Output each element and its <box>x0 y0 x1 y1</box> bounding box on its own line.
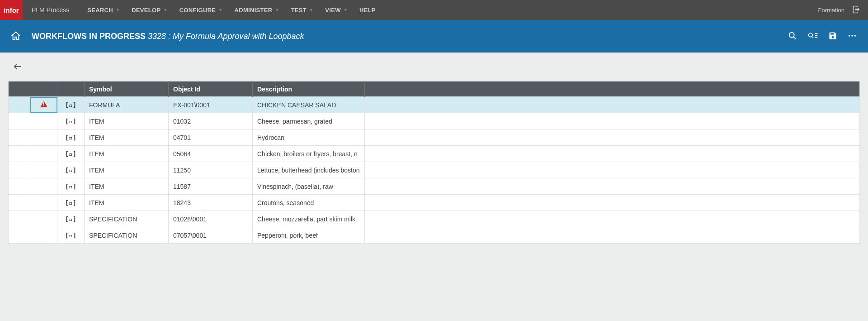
table-row[interactable]: [▫]ITEM05064Chicken, broilers or fryers,… <box>9 146 860 162</box>
topbar-right: Formation <box>818 5 868 15</box>
cell-blank-end <box>364 162 860 178</box>
cell-objectid: 11587 <box>169 178 253 195</box>
table-row[interactable]: [▫]ITEM11250Lettuce, butterhead (include… <box>9 162 860 178</box>
content-area: Symbol Object Id Description [▫]FORMULAE… <box>0 53 868 252</box>
cell-description: Croutons, seasoned <box>253 195 365 211</box>
cell-description: CHICKEN CAESAR SALAD <box>253 97 365 113</box>
cell-blank <box>9 113 30 129</box>
menu-item-administer[interactable]: ADMINISTER▼ <box>235 7 279 14</box>
chevron-down-icon: ▼ <box>344 8 348 12</box>
cell-blank <box>9 178 30 195</box>
table-row[interactable]: [▫]ITEM01032Cheese, parmesan, grated <box>9 113 860 129</box>
cell-blank <box>9 195 30 211</box>
cell-symbol: ITEM <box>85 195 169 211</box>
document-icon: [▫] <box>65 101 76 109</box>
cell-alert <box>30 129 57 146</box>
more-icon[interactable] <box>847 31 857 42</box>
cell-description: Lettuce, butterhead (includes boston <box>253 162 365 178</box>
document-icon: [▫] <box>65 183 76 190</box>
cell-doc-icon[interactable]: [▫] <box>57 178 85 195</box>
search-icon[interactable] <box>788 31 797 42</box>
table-row[interactable]: [▫]FORMULAEX-001\0001CHICKEN CAESAR SALA… <box>9 97 860 113</box>
table-row[interactable]: [▫]ITEM04701Hydrocan <box>9 129 860 146</box>
cell-objectid: 07057\0001 <box>169 227 253 244</box>
page-title: WORKFLOWS IN PROGRESS 3328 : My Formula … <box>32 32 304 41</box>
col-header-symbol[interactable]: Symbol <box>85 81 169 97</box>
workflow-table: Symbol Object Id Description [▫]FORMULAE… <box>8 81 860 244</box>
cell-blank <box>9 146 30 162</box>
cell-description: Cheese, parmesan, grated <box>253 113 365 129</box>
cell-symbol: SPECIFICATION <box>85 227 169 244</box>
cell-blank-end <box>364 227 860 244</box>
menu-label: VIEW <box>325 7 340 14</box>
cell-description: Vinespinach, (basella), raw <box>253 178 365 195</box>
col-header-blank2 <box>30 81 57 97</box>
col-header-blank3 <box>57 81 85 97</box>
cell-alert <box>30 195 57 211</box>
cell-alert <box>30 227 57 244</box>
cell-doc-icon[interactable]: [▫] <box>57 113 85 129</box>
document-icon: [▫] <box>65 134 76 141</box>
document-icon: [▫] <box>65 167 76 174</box>
menu-item-configure[interactable]: CONFIGURE▼ <box>179 7 223 14</box>
search-list-icon[interactable] <box>807 31 818 42</box>
svg-point-2 <box>809 33 813 37</box>
page-title-detail: 3328 : My Formula Approval with Loopback <box>148 32 304 41</box>
menu-item-view[interactable]: VIEW▼ <box>325 7 348 14</box>
cell-doc-icon[interactable]: [▫] <box>57 195 85 211</box>
home-icon[interactable] <box>11 31 21 42</box>
cell-symbol: FORMULA <box>85 97 169 113</box>
chevron-down-icon: ▼ <box>116 8 120 12</box>
back-arrow-icon[interactable] <box>13 66 23 73</box>
cell-objectid: 04701 <box>169 129 253 146</box>
col-header-objectid[interactable]: Object Id <box>169 81 253 97</box>
menu-item-help[interactable]: HELP <box>359 7 376 14</box>
menu-label: TEST <box>291 7 307 14</box>
cell-doc-icon[interactable]: [▫] <box>57 211 85 227</box>
table-row[interactable]: [▫]SPECIFICATION01028\0001Cheese, mozzar… <box>9 211 860 227</box>
document-icon: [▫] <box>65 216 76 223</box>
chevron-down-icon: ▼ <box>309 8 313 12</box>
menu-label: SEARCH <box>87 7 113 14</box>
table-row[interactable]: [▫]ITEM18243Croutons, seasoned <box>9 195 860 211</box>
cell-blank-end <box>364 97 860 113</box>
main-menu: SEARCH▼DEVELOP▼CONFIGURE▼ADMINISTER▼TEST… <box>87 7 376 14</box>
menu-label: ADMINISTER <box>235 7 273 14</box>
user-label[interactable]: Formation <box>818 7 844 14</box>
col-header-description[interactable]: Description <box>253 81 365 97</box>
logout-icon[interactable] <box>852 5 861 15</box>
cell-blank-end <box>364 195 860 211</box>
cell-doc-icon[interactable]: [▫] <box>57 227 85 244</box>
cell-alert <box>30 113 57 129</box>
menu-item-search[interactable]: SEARCH▼ <box>87 7 120 14</box>
cell-blank-end <box>364 146 860 162</box>
cell-alert <box>30 97 57 113</box>
cell-objectid: EX-001\0001 <box>169 97 253 113</box>
menu-label: CONFIGURE <box>179 7 216 14</box>
cell-symbol: SPECIFICATION <box>85 211 169 227</box>
cell-objectid: 01028\0001 <box>169 211 253 227</box>
cell-blank <box>9 97 30 113</box>
cell-doc-icon[interactable]: [▫] <box>57 97 85 113</box>
table-row[interactable]: [▫]SPECIFICATION07057\0001Pepperoni, por… <box>9 227 860 244</box>
cell-description: Cheese, mozzarella, part skim milk <box>253 211 365 227</box>
svg-point-0 <box>789 32 794 37</box>
cell-doc-icon[interactable]: [▫] <box>57 129 85 146</box>
menu-item-develop[interactable]: DEVELOP▼ <box>132 7 167 14</box>
alert-icon[interactable] <box>40 101 47 107</box>
cell-objectid: 01032 <box>169 113 253 129</box>
page-title-bold: WORKFLOWS IN PROGRESS <box>32 32 146 41</box>
cell-blank <box>9 227 30 244</box>
cell-doc-icon[interactable]: [▫] <box>57 146 85 162</box>
svg-point-7 <box>849 35 850 37</box>
svg-line-3 <box>812 36 813 38</box>
logo[interactable]: infor <box>0 0 23 20</box>
menu-item-test[interactable]: TEST▼ <box>291 7 314 14</box>
table-row[interactable]: [▫]ITEM11587Vinespinach, (basella), raw <box>9 178 860 195</box>
cell-blank <box>9 211 30 227</box>
cell-symbol: ITEM <box>85 129 169 146</box>
save-icon[interactable] <box>828 31 837 42</box>
app-name: PLM Process <box>23 6 78 14</box>
cell-symbol: ITEM <box>85 113 169 129</box>
cell-doc-icon[interactable]: [▫] <box>57 162 85 178</box>
